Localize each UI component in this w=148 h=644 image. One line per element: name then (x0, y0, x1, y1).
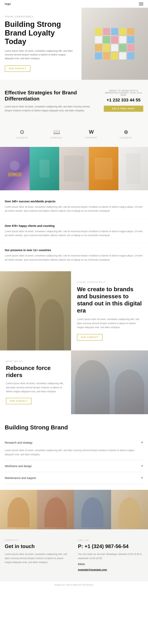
accordion-icon-3: + (141, 476, 143, 480)
audit-button[interactable]: GET A FREE AUDIT (104, 106, 143, 112)
hero-section: VISUAL CONSISTENCY Building Strong Brand… (0, 8, 148, 80)
strategies-right: READY TO SPEAK WITH A MARKETING EXPERT? … (104, 90, 143, 112)
company-label-3: COMPANY (85, 136, 98, 139)
contact-label: CONTACTS (5, 539, 70, 541)
team-photo-2 (37, 490, 74, 529)
we-create-desc: Lorem ipsum dolor sit amet, consetetur s… (77, 317, 142, 329)
accordion-content-1: Lorem ipsum dolor sit amet, consetetur s… (5, 448, 143, 460)
we-create-image (0, 271, 71, 350)
what-we-do-image (71, 350, 148, 414)
strategies-left: Effective Strategies for Brand Different… (5, 90, 96, 113)
we-create-label: VISUAL CONSISTENCY (77, 281, 142, 283)
photo-purple: bn. (0, 147, 30, 190)
contact-detail: You can reach us via mail, Weekdays: bet… (78, 552, 143, 560)
we-create-cta[interactable]: OUR CONTACT (77, 334, 102, 340)
photo-teal (30, 147, 59, 190)
hero-left: VISUAL CONSISTENCY Building Strong Brand… (0, 8, 82, 80)
hero-image (82, 8, 148, 80)
what-desc: Lorem ipsum dolor sit amet, consetetur s… (6, 382, 65, 394)
what-label: WHAT WE DO (6, 360, 65, 362)
strategies-title: Effective Strategies for Brand Different… (5, 90, 96, 102)
stat-title-1: Over 345+ success worldwide projects (5, 200, 143, 203)
company-1: ⊙ COMPANY (16, 129, 28, 139)
company-label-2: COMPANY (50, 137, 63, 139)
stat-title-2: Over 678+ happy clients and counting (5, 224, 143, 228)
accordion-item-1: Research and strategy + Lorem ipsum dolo… (5, 437, 143, 460)
accordion-icon-2: + (141, 464, 143, 468)
company-label-4: COMPANY (120, 137, 132, 139)
contact-right: CALL US P: +1 (324) 987-56-54 You can re… (78, 539, 143, 571)
stat-1: Over 345+ success worldwide projects Lor… (0, 194, 148, 219)
strategies-phone: +1 232 333 44 55 (104, 97, 143, 103)
contact-title: Get in touch (5, 543, 70, 550)
bottom-text: Sample text. Click to select the Text El… (54, 584, 94, 586)
company-icon-4: ⊕ (124, 129, 128, 135)
call-label: CALL US (78, 539, 143, 541)
company-icon-3: W (89, 129, 94, 135)
company-4: ⊕ COMPANY (120, 129, 132, 139)
photo-office (59, 147, 89, 190)
menu-toggle[interactable] (139, 2, 143, 5)
hero-label: VISUAL CONSISTENCY (5, 16, 76, 18)
photo-white (118, 147, 148, 190)
stat-desc-1: Lorem ipsum dolor sit amet, consetetur s… (5, 205, 143, 213)
company-3: W COMPANY (85, 129, 98, 139)
team-section (0, 490, 148, 529)
we-create-title: We create to brands and businesses to st… (77, 286, 142, 314)
company-2: 📖 COMPANY (50, 129, 63, 139)
hero-cta-button[interactable]: OUR CONTACT (5, 65, 30, 72)
what-we-do-left: WHAT WE DO Rebounce force riders Lorem i… (0, 350, 71, 414)
strategies-section: Effective Strategies for Brand Different… (0, 80, 148, 122)
stat-desc-3: Lorem ipsum dolor sit amet, consetetur s… (5, 254, 143, 262)
stat-desc-2: Lorem ipsum dolor sit amet, consetetur s… (5, 230, 143, 238)
team-photo-1 (0, 490, 37, 529)
contact-footer: CONTACTS Get in touch Lorem ipsum dolor … (0, 529, 148, 581)
contact-desc: Lorem ipsum dolor sit amet, consetetur s… (5, 552, 70, 564)
stat-title-3: Our presence in over 11+ countries (5, 248, 143, 252)
team-photo-4 (111, 490, 148, 529)
hero-title: Building Strong Brand Loyalty Today (5, 20, 76, 46)
accordion-icon-1: + (141, 440, 143, 445)
bottom-bar: Sample text. Click to select the Text El… (0, 581, 148, 588)
we-create-section: VISUAL CONSISTENCY We create to brands a… (0, 271, 148, 350)
building-title: Building Strong Brand (5, 424, 143, 431)
companies-section: ⊙ COMPANY 📖 COMPANY W COMPANY ⊕ COMPANY (0, 122, 148, 147)
photo-orange (89, 147, 118, 190)
stats-section: Over 345+ success worldwide projects Lor… (0, 190, 148, 271)
accordion-item-2: Wireframe and design + (5, 460, 143, 472)
what-cta-button[interactable]: OUR CONTACT (6, 398, 32, 404)
stat-3: Our presence in over 11+ countries Lorem… (0, 243, 148, 267)
accordion-header-1[interactable]: Research and strategy + (5, 437, 143, 448)
company-icon-2: 📖 (53, 129, 60, 135)
email-label: EMAIL (78, 562, 143, 566)
accordion-item-3: Maintenance and support + (5, 472, 143, 484)
logo: logo (5, 2, 11, 5)
company-icon-1: ⊙ (20, 129, 24, 135)
stat-2: Over 678+ happy clients and counting Lor… (0, 219, 148, 243)
contact-email[interactable]: example@example.com (78, 568, 107, 571)
ready-label: READY TO SPEAK WITH A MARKETING EXPERT? … (104, 90, 143, 96)
building-section: Building Strong Brand Research and strat… (0, 414, 148, 490)
what-we-do-section: WHAT WE DO Rebounce force riders Lorem i… (0, 350, 148, 414)
accordion-label-2: Wireframe and design (5, 464, 32, 468)
hero-desc: Lorem ipsum dolor sit amet, consetetur s… (5, 49, 76, 60)
contact-left: CONTACTS Get in touch Lorem ipsum dolor … (5, 539, 70, 571)
company-label-1: COMPANY (16, 137, 28, 139)
we-create-right: VISUAL CONSISTENCY We create to brands a… (71, 271, 148, 350)
accordion-label-1: Research and strategy (5, 441, 32, 444)
accordion-header-2[interactable]: Wireframe and design + (5, 460, 143, 472)
contact-phone: P: +1 (324) 987-56-54 (78, 543, 143, 550)
team-photo-3 (74, 490, 111, 529)
accordion-label-3: Maintenance and support (5, 476, 36, 480)
accordion-header-3[interactable]: Maintenance and support + (5, 472, 143, 484)
strategies-desc: Lorem ipsum dolor sit amet, consetetur s… (5, 105, 96, 113)
rebounce-title: Rebounce force riders (6, 364, 65, 379)
photo-grid: bn. (0, 147, 148, 190)
header: logo (0, 0, 148, 8)
